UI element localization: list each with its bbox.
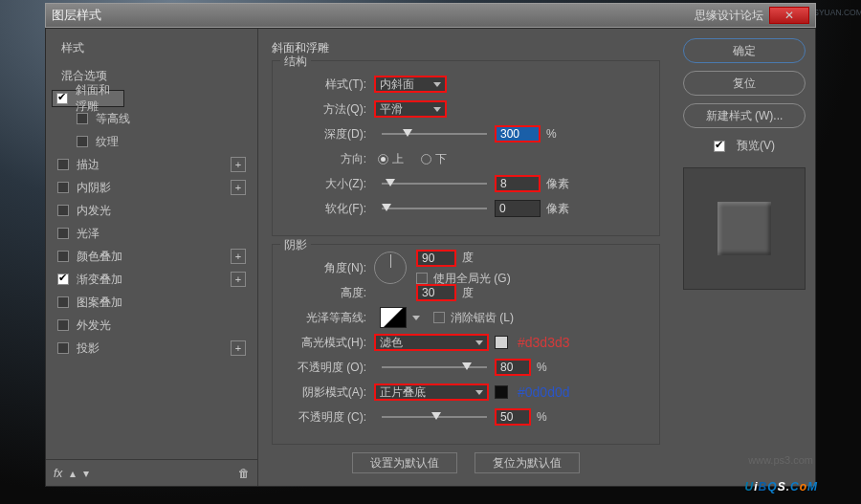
add-effect-icon[interactable]: +: [231, 180, 246, 195]
style-item-patternoverlay[interactable]: 图案叠加: [52, 291, 252, 314]
style-label: 外发光: [77, 318, 246, 334]
logo-watermark: UiBQS.CoM: [745, 471, 818, 496]
styles-footer: fx ▴ ▾ 🗑: [46, 459, 257, 486]
style-item-outerglow[interactable]: 外发光: [52, 314, 252, 337]
size-slider[interactable]: [382, 177, 487, 190]
style-check-texture[interactable]: [77, 136, 88, 147]
preview-swatch: [718, 202, 771, 255]
style-item-dropshadow[interactable]: 投影 +: [52, 337, 252, 360]
gloss-contour-picker[interactable]: [380, 307, 407, 328]
style-check-satin[interactable]: [57, 228, 69, 239]
angle-label: 角度(N):: [284, 260, 366, 276]
depth-field[interactable]: 300: [495, 125, 541, 142]
arrow-down-icon[interactable]: ▾: [83, 467, 89, 480]
direction-down-radio[interactable]: [421, 154, 431, 164]
antialias-label: 消除锯齿 (L): [451, 310, 514, 326]
add-effect-icon[interactable]: +: [231, 272, 246, 287]
style-label: 颜色叠加: [77, 249, 231, 265]
preview-checkbox[interactable]: [714, 141, 725, 152]
titlebar: 图层样式 思缘设计论坛 ✕: [45, 3, 816, 28]
preview-label: 预览(V): [737, 138, 775, 154]
make-default-button[interactable]: 设置为默认值: [352, 452, 457, 473]
antialias-checkbox[interactable]: [433, 312, 445, 323]
shadow-opacity-label: 不透明度 (C):: [284, 409, 366, 426]
highlight-opacity-slider[interactable]: [382, 361, 487, 374]
style-item-texture[interactable]: 纹理: [52, 130, 252, 153]
settings-panel: 斜面和浮雕 结构 样式(T): 内斜面 方法(Q): 平滑 深度(D): 300…: [258, 29, 673, 486]
bevel-title: 斜面和浮雕: [272, 40, 660, 56]
highlight-mode-select[interactable]: 滤色: [374, 334, 489, 351]
style-check-outerglow[interactable]: [57, 319, 69, 331]
style-check-coloroverlay[interactable]: [57, 251, 69, 262]
window-title: 图层样式: [52, 7, 101, 24]
style-item-satin[interactable]: 光泽: [52, 222, 252, 245]
reset-default-button[interactable]: 复位为默认值: [475, 452, 580, 473]
size-label: 大小(Z):: [284, 176, 366, 192]
style-item-innershadow[interactable]: 内阴影 +: [52, 176, 252, 199]
opacity-unit: %: [537, 361, 547, 374]
style-item-coloroverlay[interactable]: 颜色叠加 +: [52, 245, 252, 268]
styles-header[interactable]: 样式: [52, 34, 252, 62]
ok-button[interactable]: 确定: [683, 38, 806, 63]
close-icon: ✕: [784, 9, 794, 22]
right-panel: 确定 复位 新建样式 (W)... 预览(V): [673, 29, 815, 486]
shadow-color-swatch[interactable]: [495, 385, 508, 399]
style-check-dropshadow[interactable]: [57, 342, 69, 354]
altitude-unit: 度: [462, 285, 474, 301]
add-effect-icon[interactable]: +: [231, 340, 246, 356]
style-label: 样式(T):: [284, 77, 366, 93]
add-effect-icon[interactable]: +: [231, 157, 246, 172]
altitude-label: 高度:: [284, 285, 366, 301]
style-select[interactable]: 内斜面: [374, 76, 447, 93]
brand-text: 思缘设计论坛: [695, 8, 763, 24]
close-button[interactable]: ✕: [769, 7, 809, 24]
chevron-down-icon: [475, 340, 483, 345]
style-label: 等高线: [96, 111, 246, 127]
highlight-opacity-label: 不透明度 (O):: [284, 360, 366, 376]
style-check-patternoverlay[interactable]: [57, 296, 69, 308]
highlight-mode-label: 高光模式(H):: [284, 335, 366, 351]
add-effect-icon[interactable]: +: [231, 249, 246, 264]
depth-slider[interactable]: [382, 127, 487, 141]
style-check-innerglow[interactable]: [57, 205, 69, 216]
soften-field[interactable]: 0: [495, 200, 541, 217]
chevron-down-icon[interactable]: [412, 316, 420, 320]
altitude-field[interactable]: 30: [416, 284, 456, 301]
fx-icon[interactable]: fx: [54, 467, 62, 480]
cancel-button[interactable]: 复位: [683, 71, 806, 96]
technique-select[interactable]: 平滑: [374, 100, 447, 118]
depth-unit: %: [546, 127, 557, 141]
soften-label: 软化(F):: [284, 201, 366, 217]
style-item-bevel[interactable]: 斜面和浮雕: [52, 90, 124, 107]
style-label: 光泽: [77, 226, 246, 242]
angle-wheel[interactable]: [374, 252, 407, 284]
style-item-innerglow[interactable]: 内发光: [52, 199, 252, 222]
direction-up-radio[interactable]: [378, 154, 388, 164]
style-check-contour[interactable]: [77, 113, 88, 124]
highlight-color-note: #d3d3d3: [518, 335, 570, 350]
shadow-mode-select[interactable]: 正片叠底: [374, 383, 489, 401]
shadow-opacity-slider[interactable]: [382, 410, 487, 424]
new-style-button[interactable]: 新建样式 (W)...: [683, 103, 806, 128]
depth-label: 深度(D):: [284, 126, 366, 142]
highlight-opacity-field[interactable]: 80: [495, 359, 531, 376]
arrow-up-icon[interactable]: ▴: [70, 467, 76, 480]
ps3-watermark: www.ps3.com: [748, 454, 813, 466]
style-check-bevel[interactable]: [56, 93, 68, 104]
highlight-color-swatch[interactable]: [495, 336, 508, 349]
style-item-stroke[interactable]: 描边 +: [52, 153, 252, 176]
style-value: 内斜面: [380, 77, 414, 93]
global-light-checkbox[interactable]: [416, 273, 428, 284]
style-item-gradientoverlay[interactable]: 渐变叠加 +: [52, 268, 252, 291]
soften-slider[interactable]: [382, 202, 487, 215]
style-check-gradientoverlay[interactable]: [57, 274, 69, 285]
shadow-opacity-field[interactable]: 50: [495, 408, 531, 426]
style-check-stroke[interactable]: [57, 159, 69, 170]
size-field[interactable]: 8: [495, 175, 541, 192]
style-label: 投影: [77, 340, 231, 357]
soften-unit: 像素: [546, 201, 569, 217]
angle-field[interactable]: 90: [416, 250, 456, 267]
down-label: 下: [435, 151, 447, 167]
style-check-innershadow[interactable]: [57, 182, 69, 193]
trash-icon[interactable]: 🗑: [238, 467, 250, 480]
